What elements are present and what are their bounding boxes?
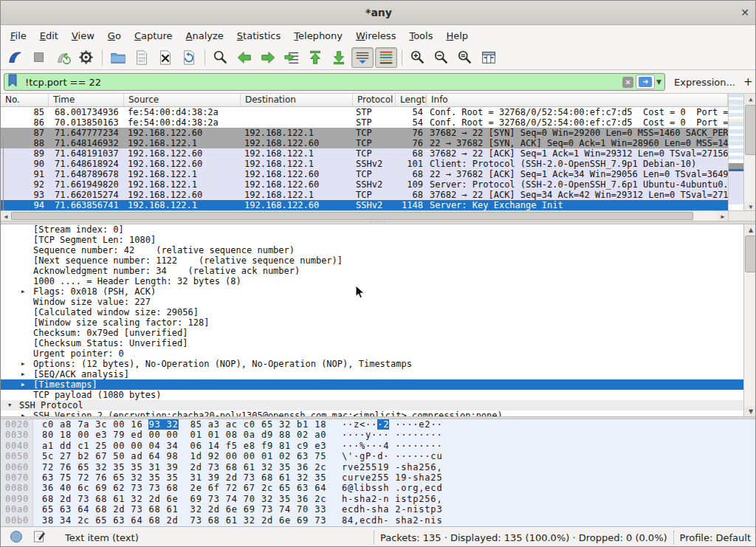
status-profile[interactable]: Profile: Default <box>680 532 751 543</box>
packet-bytes-pane[interactable]: 0020c0 a8 7a 3c 00 16 93 32 85 a3 ac c0 … <box>1 419 756 526</box>
detail-line[interactable]: Window size value: 227 <box>1 297 743 307</box>
column-header-length[interactable]: Length <box>396 94 427 106</box>
packet-list-hscrollbar[interactable]: ◀ ▶ <box>1 210 728 221</box>
detail-line[interactable]: ▼SSH Protocol <box>1 400 743 410</box>
packet-row-91[interactable]: 9171.648789678192.168.122.1192.168.122.6… <box>1 169 728 179</box>
expand-arrow-icon[interactable]: ▶ <box>21 369 24 379</box>
expand-arrow-icon[interactable]: ▶ <box>21 286 24 297</box>
column-header-no[interactable]: No. <box>1 94 49 106</box>
details-vscrollbar[interactable]: ▲ ▼ <box>743 224 756 416</box>
detail-line[interactable]: TCP payload (1080 bytes) <box>1 390 743 400</box>
hex-row-00b0[interactable]: 00b038 34 2c 65 63 64 68 2d 73 68 61 32 … <box>1 515 756 526</box>
menu-item-edit[interactable]: Edit <box>33 27 65 44</box>
menu-item-file[interactable]: File <box>4 27 33 44</box>
resize-columns-button[interactable] <box>478 47 500 68</box>
find-packet-button[interactable] <box>210 47 232 68</box>
expand-arrow-icon[interactable]: ▶ <box>21 359 24 369</box>
column-header-time[interactable]: Time <box>49 94 124 106</box>
hex-row-0070[interactable]: 007063 75 72 76 65 32 35 35 31 39 2d 73 … <box>1 472 756 483</box>
filter-dropdown-icon[interactable]: ▼ <box>656 78 662 86</box>
detail-line[interactable]: [Checksum Status: Unverified] <box>1 338 743 348</box>
go-to-top-button[interactable] <box>304 47 326 68</box>
column-header-destination[interactable]: Destination <box>241 94 353 106</box>
go-back-button[interactable] <box>233 47 255 68</box>
filter-clear-icon[interactable]: ✕ <box>622 77 633 88</box>
packet-row-86[interactable]: 8670.013850163fe:54:00:d4:38:2aSTP54Conf… <box>1 117 728 128</box>
detail-line[interactable]: [Stream index: 0] <box>1 224 743 235</box>
menu-item-wireless[interactable]: Wireless <box>349 27 402 44</box>
zoom-reset-button[interactable] <box>454 47 476 68</box>
hex-row-0060[interactable]: 006072 76 65 32 35 35 31 39 2d 73 68 61 … <box>1 462 756 472</box>
add-filter-button[interactable]: + <box>743 75 753 89</box>
scroll-up-icon[interactable]: ▲ <box>744 224 756 235</box>
packet-row-87[interactable]: 8771.647777234192.168.122.60192.168.122.… <box>1 128 728 138</box>
menu-item-analyze[interactable]: Analyze <box>179 27 230 44</box>
capture-comment-icon[interactable] <box>33 530 46 545</box>
menu-item-go[interactable]: Go <box>101 27 128 44</box>
packet-row-89[interactable]: 8971.648191037192.168.122.60192.168.122.… <box>1 148 728 159</box>
scroll-left-icon[interactable]: ◀ <box>1 211 11 221</box>
open-file-button[interactable] <box>107 47 129 68</box>
packet-row-93[interactable]: 9371.662015274192.168.122.60192.168.122.… <box>1 190 728 200</box>
packet-row-90[interactable]: 9071.648618924192.168.122.60192.168.122.… <box>1 159 728 169</box>
detail-line[interactable]: 1000 .... = Header Length: 32 bytes (8) <box>1 276 743 286</box>
filter-apply-button[interactable]: ➜ <box>636 75 655 89</box>
column-header-protocol[interactable]: Protocol <box>353 94 396 106</box>
go-to-bottom-button[interactable] <box>328 47 350 68</box>
menu-item-telephony[interactable]: Telephony <box>287 27 349 44</box>
menu-item-capture[interactable]: Capture <box>128 27 179 44</box>
detail-line[interactable]: Acknowledgment number: 34 (relative ack … <box>1 266 743 276</box>
title-bar[interactable]: *any ✕ <box>1 1 756 25</box>
packet-row-85[interactable]: 8568.001734936fe:54:00:d4:38:2aSTP54Conf… <box>1 107 728 117</box>
filter-bookmark-icon[interactable] <box>7 74 18 90</box>
packet-list-vscroll-thumb[interactable] <box>745 105 756 155</box>
collapse-arrow-icon[interactable]: ▼ <box>8 400 11 410</box>
hex-row-0040[interactable]: 0040a1 dd c1 25 00 00 04 34 06 14 f5 e8 … <box>1 441 756 451</box>
expand-arrow-icon[interactable]: ▶ <box>21 379 24 390</box>
save-file-button[interactable]: 010101100011 <box>131 47 153 68</box>
display-filter-field[interactable]: ✕ ➜ ▼ <box>4 73 665 91</box>
menu-item-statistics[interactable]: Statistics <box>230 27 287 44</box>
capture-options-button[interactable] <box>75 47 97 68</box>
packet-row-88[interactable]: 8871.648146932192.168.122.1192.168.122.6… <box>1 138 728 148</box>
start-capture-button[interactable] <box>4 47 27 68</box>
close-icon[interactable]: ✕ <box>740 7 749 18</box>
hex-row-0020[interactable]: 0020c0 a8 7a 3c 00 16 93 32 85 a3 ac c0 … <box>1 419 756 430</box>
close-file-button[interactable] <box>154 47 176 68</box>
detail-line[interactable]: [Calculated window size: 29056] <box>1 307 743 317</box>
menu-item-view[interactable]: View <box>65 27 101 44</box>
reload-file-button[interactable] <box>178 47 200 68</box>
hex-row-0030[interactable]: 003080 18 00 e3 79 ed 00 00 01 01 08 0a … <box>1 430 756 440</box>
zoom-in-button[interactable] <box>407 47 429 68</box>
detail-line[interactable]: Checksum: 0x79ed [unverified] <box>1 328 743 338</box>
menu-item-tools[interactable]: Tools <box>402 27 439 44</box>
packet-list-header[interactable]: No.TimeSourceDestinationProtocolLengthIn… <box>1 94 743 107</box>
detail-line[interactable]: ▶Flags: 0x018 (PSH, ACK) <box>1 286 743 297</box>
scroll-right-icon[interactable]: ▶ <box>718 211 728 221</box>
scroll-down-icon[interactable]: ▼ <box>744 406 756 416</box>
column-header-info[interactable]: Info <box>427 94 728 106</box>
detail-line[interactable]: [TCP Segment Len: 1080] <box>1 235 743 245</box>
detail-line[interactable]: ▶Options: (12 bytes), No-Operation (NOP)… <box>1 359 743 369</box>
detail-line[interactable]: Urgent pointer: 0 <box>1 348 743 359</box>
expand-arrow-icon[interactable]: ▶ <box>21 410 24 416</box>
zoom-out-button[interactable] <box>430 47 453 68</box>
go-to-packet-button[interactable] <box>281 47 303 68</box>
stop-capture-button[interactable] <box>28 47 50 68</box>
intelligent-scrollbar-minimap[interactable] <box>728 94 743 212</box>
packet-row-94[interactable]: 9471.663856741192.168.122.1192.168.122.6… <box>1 200 728 210</box>
colorize-toggle[interactable] <box>375 47 397 68</box>
detail-line[interactable]: [Next sequence number: 1122 (relative se… <box>1 255 743 266</box>
detail-line[interactable]: Sequence number: 42 (relative sequence n… <box>1 245 743 255</box>
detail-line[interactable]: ▶[SEQ/ACK analysis] <box>1 369 743 379</box>
restart-capture-button[interactable] <box>52 47 74 68</box>
menu-item-help[interactable]: Help <box>439 27 475 44</box>
expression-button[interactable]: Expression... <box>674 77 735 88</box>
hex-row-0090[interactable]: 009068 2d 73 68 61 32 2d 6e 69 73 74 70 … <box>1 494 756 504</box>
display-filter-input[interactable] <box>24 76 622 89</box>
hex-row-0050[interactable]: 00505c 27 b2 67 50 ad 64 98 1d 92 00 00 … <box>1 451 756 461</box>
go-forward-button[interactable] <box>257 47 279 68</box>
detail-line[interactable]: ▶[Timestamps] <box>1 379 743 390</box>
expert-info-icon[interactable] <box>10 530 23 546</box>
detail-line[interactable]: [Window size scaling factor: 128] <box>1 317 743 328</box>
